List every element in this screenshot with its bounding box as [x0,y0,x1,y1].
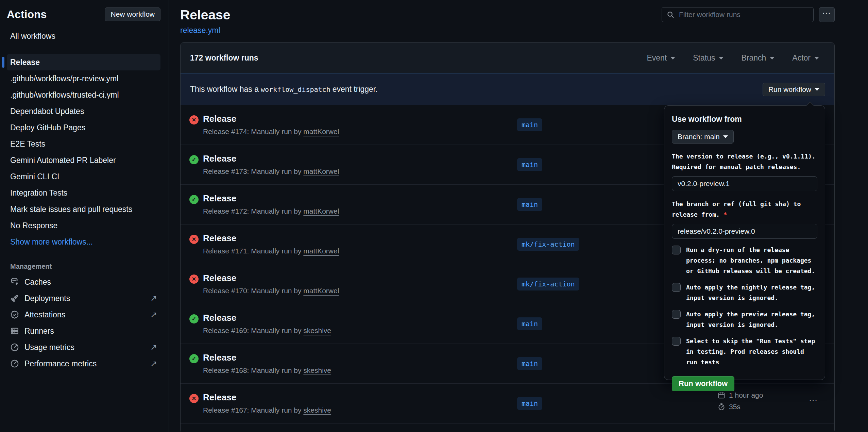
actions-sidebar: Actions New workflow All workflows Relea… [0,0,169,432]
sidebar-item-all-workflows[interactable]: All workflows [7,28,160,44]
branch-badge[interactable]: main [517,198,542,211]
branch-badge[interactable]: main [517,357,542,370]
sidebar-item-dependabot-updates[interactable]: Dependabot Updates [7,103,160,119]
run-status-icon [189,314,199,323]
verified-icon [10,310,19,319]
run-status-icon [189,394,199,403]
sidebar-item-label: Performance metrics [24,359,97,368]
actor-link[interactable]: skeshive [303,327,331,334]
chevron-down-icon [723,135,728,138]
dry-run-checkbox[interactable] [672,246,681,254]
checkbox-label: Run a dry-run of the release process; no… [686,245,817,276]
run-workflow-dropdown-button[interactable]: Run workflow [763,83,825,96]
chevron-down-icon [719,57,724,60]
run-status-icon [189,115,199,124]
chevron-down-icon [814,57,819,60]
dry-run-option: Run a dry-run of the release process; no… [672,245,817,276]
version-input[interactable] [672,176,817,191]
runs-count-label: 172 workflow runs [190,53,258,63]
workflow-file-link[interactable]: release.yml [180,26,220,35]
run-workflow-popover: Use workflow from Branch: main The versi… [664,105,825,380]
run-status-icon [189,195,199,204]
rocket-icon [10,294,19,303]
actor-link[interactable]: mattKorwel [303,247,339,255]
skip-tests-checkbox[interactable] [672,337,681,346]
ref-input[interactable] [672,224,817,239]
popover-heading: Use workflow from [672,115,817,124]
external-link-icon: ↗ [150,311,157,319]
run-workflow-submit-button[interactable]: Run workflow [672,376,734,391]
actor-link[interactable]: mattKorwel [303,128,339,135]
run-kebab-button[interactable]: ⋯ [809,395,819,405]
cache-icon [10,278,19,286]
new-workflow-button[interactable]: New workflow [105,7,160,21]
filter-workflow-runs-field [662,7,814,22]
sidebar-divider [7,255,160,255]
chevron-down-icon [670,57,675,60]
sidebar-item-integration-tests[interactable]: Integration Tests [7,185,160,201]
checkbox-label: Select to skip the "Run Tests" step in t… [686,336,817,367]
actor-link[interactable]: mattKorwel [303,287,339,295]
filter-workflow-runs-input[interactable] [678,10,809,19]
workflow-dispatch-code: workflow_dispatch [259,85,333,94]
sidebar-item-release[interactable]: Release [7,54,160,70]
calendar-icon [718,392,725,399]
sidebar-item-gemini-pr-labeler[interactable]: Gemini Automated PR Labeler [7,152,160,168]
sidebar-item-attestations[interactable]: Attestations ↗ [7,306,160,323]
show-more-workflows-link[interactable]: Show more workflows... [7,234,160,250]
checkbox-label: Auto apply the nightly release tag, inpu… [686,282,817,303]
sidebar-item-mark-stale[interactable]: Mark stale issues and pull requests [7,201,160,217]
nightly-tag-option: Auto apply the nightly release tag, inpu… [672,282,817,303]
branch-selector-button[interactable]: Branch: main [672,130,734,144]
sidebar-item-label: Runners [24,327,54,336]
branch-badge[interactable]: main [517,118,542,131]
ref-field-label: The branch or ref (full git sha) to rele… [672,199,817,220]
external-link-icon: ↗ [150,343,157,351]
branch-badge[interactable]: main [517,317,542,330]
event-filter-dropdown[interactable]: Event [647,53,675,63]
actor-link[interactable]: mattKorwel [303,207,339,215]
management-section-label: Management [7,263,169,270]
sidebar-title: Actions [7,8,47,21]
skip-tests-option: Select to skip the "Run Tests" step in t… [672,336,817,367]
workflow-options-kebab-button[interactable]: ⋯ [819,7,835,22]
sidebar-item-deploy-github-pages[interactable]: Deploy GitHub Pages [7,119,160,136]
stopwatch-icon [718,403,725,411]
run-status-icon [189,235,199,244]
nightly-tag-checkbox[interactable] [672,283,681,292]
branch-badge[interactable]: mk/fix-action [517,238,579,251]
sidebar-item-e2e-tests[interactable]: E2E Tests [7,136,160,152]
actor-link[interactable]: skeshive [303,366,331,374]
sidebar-item-usage-metrics[interactable]: Usage metrics ↗ [7,339,160,355]
run-status-icon [189,155,199,164]
actor-filter-dropdown[interactable]: Actor [792,53,819,63]
external-link-icon: ↗ [150,360,157,368]
actor-link[interactable]: skeshive [303,406,331,414]
preview-tag-option: Auto apply the preview release tag, inpu… [672,309,817,330]
sidebar-item-label: Caches [24,278,51,287]
sidebar-item-deployments[interactable]: Deployments ↗ [7,290,160,306]
sidebar-item-runners[interactable]: Runners [7,323,160,339]
branch-badge[interactable]: mk/fix-action [517,278,579,290]
preview-tag-checkbox[interactable] [672,310,681,319]
sidebar-item-no-response[interactable]: No Response [7,217,160,234]
page-title: Release [180,7,230,22]
branch-badge[interactable]: main [517,397,542,410]
search-icon [667,11,674,18]
actor-link[interactable]: mattKorwel [303,167,339,175]
run-status-icon [189,275,199,284]
status-filter-dropdown[interactable]: Status [693,53,724,63]
sidebar-item-performance-metrics[interactable]: Performance metrics ↗ [7,355,160,372]
branch-badge[interactable]: main [517,158,542,171]
run-status-icon [189,354,199,363]
sidebar-item-caches[interactable]: Caches [7,274,160,290]
meter-icon [10,359,19,368]
sidebar-item-label: Attestations [24,310,65,319]
server-icon [10,327,19,335]
sidebar-item-pr-review[interactable]: .github/workflows/pr-review.yml [7,70,160,87]
sidebar-item-gemini-cli-ci[interactable]: Gemini CLI CI [7,168,160,185]
run-meta: 1 hour ago 35s [718,391,763,411]
sidebar-item-trusted-ci[interactable]: .github/workflows/trusted-ci.yml [7,87,160,103]
checkbox-label: Auto apply the preview release tag, inpu… [686,309,817,330]
branch-filter-dropdown[interactable]: Branch [741,53,775,63]
